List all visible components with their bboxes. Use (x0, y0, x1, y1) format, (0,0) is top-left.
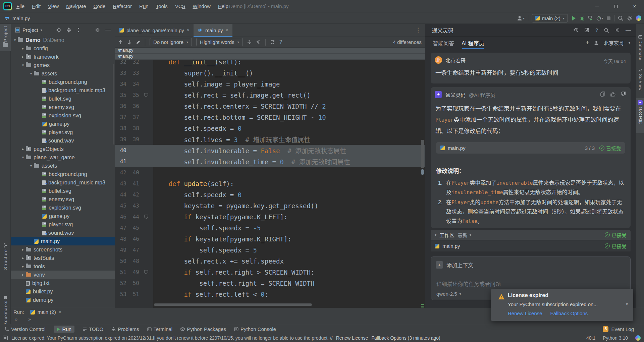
modified-file-card[interactable]: main.py 3 / 3 ✓已接受 (436, 142, 625, 154)
help-icon[interactable]: ? (279, 39, 282, 45)
tree-item-screenshots[interactable]: ▸screenshots (11, 245, 115, 254)
close-button[interactable]: × (625, 0, 644, 12)
code-line-35[interactable]: 3535 self.rect = self.image.get_rect() (115, 90, 425, 101)
tree-item-player.svg[interactable]: player.svg (11, 128, 115, 136)
close-icon[interactable]: × (226, 27, 228, 33)
chevron-right-icon[interactable]: ▸ (20, 147, 26, 151)
expand-icon[interactable]: » (15, 316, 17, 322)
tool-tab-run[interactable]: Run (54, 326, 75, 333)
thumbs-down-icon[interactable] (621, 92, 626, 97)
code-line-41[interactable]: 41 self.invulnerable_time = 0 # 添加无敌时间属性 (115, 156, 425, 167)
code-line-53[interactable]: 5351 if self.rect.left < 0: (115, 289, 425, 300)
run-tab[interactable]: main (2) × (30, 309, 61, 315)
chevron-right-icon[interactable]: ▸ (20, 247, 26, 252)
sidebar-tab-sciview[interactable]: SciView (636, 67, 644, 94)
code-line-52[interactable]: 5250 self.rect.right = SCREEN_WIDTH (115, 278, 425, 289)
tree-item-main.py[interactable]: main.py (11, 237, 115, 245)
tree-item-enemy.svg[interactable]: enemy.svg (11, 103, 115, 111)
code-line-33[interactable]: 3333 super().__init__() (115, 67, 425, 78)
tab-ai-programmer[interactable]: AI 程序员 (462, 37, 484, 49)
latest-label[interactable]: 最新 (458, 231, 468, 238)
code-line-43[interactable]: 4341 def update(self): (115, 178, 425, 189)
debug-button[interactable] (580, 16, 585, 21)
add-context-button[interactable]: + 添加上下文 (436, 261, 473, 269)
user-icon[interactable]: ▾ (517, 15, 525, 21)
history-icon[interactable] (574, 27, 579, 33)
menu-tools[interactable]: Tools (152, 3, 171, 9)
tree-item-background.png[interactable]: background.png (11, 78, 115, 86)
tool-tab-python-packages[interactable]: Python Packages (180, 326, 226, 332)
tree-item-bjhg.txt[interactable]: bjhg.txt (11, 279, 115, 287)
search-icon[interactable] (618, 15, 624, 21)
fallback-options-link[interactable]: Fallback Options (550, 310, 588, 316)
renew-license-link[interactable]: Renew License (336, 335, 368, 341)
tree-item-config[interactable]: ▸config (11, 44, 115, 53)
tree-item-explosion.svg[interactable]: explosion.svg (11, 111, 115, 120)
settings-gear-icon[interactable] (615, 27, 620, 33)
tool-tab-event-log[interactable]: Event Log (611, 326, 634, 332)
expand-icon[interactable]: » (28, 316, 31, 322)
stop-button[interactable] (606, 16, 611, 20)
tree-item-game.py[interactable]: game.py (11, 212, 115, 220)
editor-scrollbar[interactable] (421, 140, 424, 168)
workspace-bar[interactable]: ▾ 工作区 最新▾ ✓已接受 (431, 230, 631, 240)
tree-item-sound.wav[interactable]: sound.wav (11, 136, 115, 145)
menu-refactor[interactable]: Refactor (109, 3, 136, 9)
thumbs-up-icon[interactable] (610, 92, 615, 97)
tool-window-toggle-icon[interactable] (3, 336, 8, 340)
tree-item-bullet.svg[interactable]: bullet.svg (11, 95, 115, 103)
panel-settings-gear-icon[interactable] (95, 27, 100, 33)
breadcrumb[interactable]: main.py (5, 12, 30, 24)
edit-source-icon[interactable] (136, 40, 141, 45)
next-change-icon[interactable] (127, 40, 131, 45)
tree-item-bullet.svg[interactable]: bullet.svg (11, 187, 115, 195)
help-icon[interactable]: ? (595, 27, 598, 33)
tree-item-bullet.py[interactable]: bullet.py (11, 287, 115, 296)
tree-item-enemy.svg[interactable]: enemy.svg (11, 195, 115, 204)
tree-item-background_music.mp3[interactable]: background_music.mp3 (11, 86, 115, 95)
tree-item-demo.py[interactable]: demo.py (11, 296, 115, 304)
code-line-47[interactable]: 4745 self.speedx = -5 (115, 222, 425, 233)
tree-item-Demo[interactable]: ▾DemoD:\Demo (11, 36, 115, 44)
swap-sides-icon[interactable] (270, 40, 275, 45)
expand-all-icon[interactable] (66, 27, 71, 33)
new-chat-icon[interactable] (585, 27, 590, 33)
minimize-button[interactable] (588, 0, 606, 12)
project-panel-selector[interactable]: Project▾ (15, 27, 42, 33)
feedback-icon[interactable] (604, 27, 609, 33)
tree-scrollbar[interactable] (113, 64, 114, 145)
diff-settings-gear-icon[interactable] (256, 40, 261, 45)
sidebar-tab-lingma[interactable]: ✦ 通义灵码 (636, 98, 644, 133)
interpreter-label[interactable]: Python 3.10 (603, 335, 628, 341)
chevron-down-icon[interactable]: ▾ (20, 155, 26, 160)
tree-item-games[interactable]: ▾games (11, 61, 115, 69)
copy-icon[interactable] (600, 92, 605, 97)
code-line-50[interactable]: 5048 self.rect.x += self.speedx (115, 255, 425, 267)
chevron-down-icon[interactable]: ▾ (12, 38, 18, 42)
hide-panel-icon[interactable]: — (105, 26, 111, 33)
model-selector[interactable]: qwen-2.5▾ (436, 291, 461, 297)
menu-code[interactable]: Code (90, 3, 109, 9)
code-line-40[interactable]: 40 self.invulnerable = False # 添加无敌状态属性 (115, 145, 425, 156)
run-config-selector[interactable]: main (2)▾ (532, 14, 568, 22)
code-line-49[interactable]: 4947 self.speedx = 5 (115, 244, 425, 255)
menu-edit[interactable]: Edit (28, 3, 44, 9)
collapse-unchanged-icon[interactable] (247, 40, 252, 45)
tree-item-plane_war_game[interactable]: ▾plane_war_game (11, 153, 115, 162)
code-line-42[interactable]: 4240 (115, 167, 425, 178)
new-session-plus-icon[interactable]: + (586, 39, 589, 47)
chevron-right-icon[interactable]: ▸ (20, 46, 26, 51)
menu-navigate[interactable]: Navigate (62, 3, 90, 9)
lingma-logo-icon[interactable] (636, 15, 641, 21)
settings-gear-icon[interactable] (627, 15, 633, 21)
code-line-48[interactable]: 4846 if keystate[pygame.K_RIGHT]: (115, 233, 425, 244)
fallback-options-link[interactable]: Fallback Options (3 minutes ago) (371, 335, 440, 341)
tree-item-background.png[interactable]: background.png (11, 170, 115, 178)
tree-item-framework[interactable]: ▸framework (11, 53, 115, 61)
chevron-down-icon[interactable]: ▾ (20, 63, 26, 67)
tree-item-assets[interactable]: ▾assets (11, 162, 115, 170)
code-line-39[interactable]: 3939 self.lives = 3 # 增加玩家生命值属性 (115, 134, 425, 145)
code-line-51[interactable]: 5149 if self.rect.right > SCREEN_WIDTH: (115, 267, 425, 278)
maximize-button[interactable] (606, 0, 625, 12)
chevron-down-icon[interactable]: ▾ (28, 164, 34, 168)
